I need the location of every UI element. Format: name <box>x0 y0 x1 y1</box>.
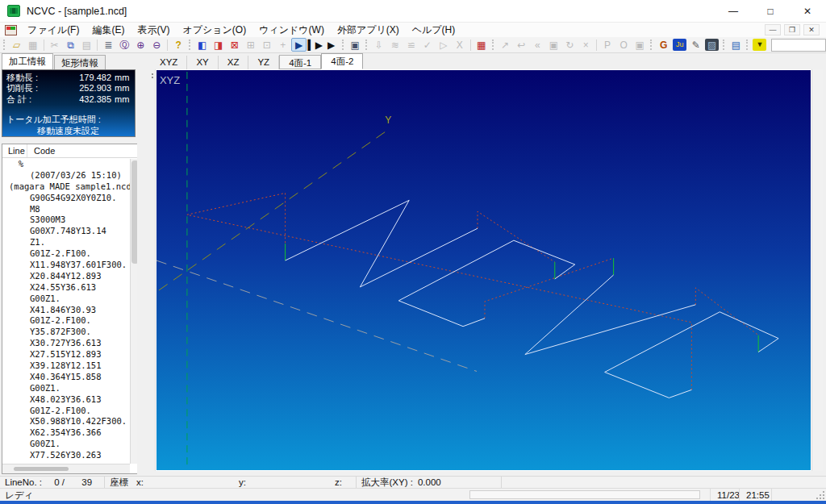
prev-view-button[interactable]: ↩ <box>514 38 529 52</box>
toolbar-combobox[interactable] <box>771 39 826 52</box>
code-row[interactable]: G90G54G92X0Y0Z10. <box>2 193 130 204</box>
code-row[interactable]: X40.364Y15.858 <box>2 372 130 383</box>
code-row[interactable]: Y35.872F300. <box>2 327 130 338</box>
close-shape-button[interactable]: × <box>578 38 594 52</box>
menu-file[interactable]: ファイル(F) <box>21 23 86 38</box>
pan-hand-button[interactable]: + <box>275 38 290 52</box>
menu-option[interactable]: オプション(O) <box>176 23 252 38</box>
code-row[interactable]: G01Z-2.F100. <box>2 248 130 260</box>
minimize-button[interactable]: — <box>715 0 752 22</box>
code-row[interactable]: X39.128Y12.151 <box>2 360 130 372</box>
execute-all-button[interactable]: ▶ <box>323 38 339 52</box>
app-icon[interactable] <box>7 5 20 17</box>
trace-cancel-button[interactable]: ⊠ <box>227 38 242 52</box>
code-row[interactable]: M8 <box>2 204 130 215</box>
region-select-button[interactable]: ▣ <box>546 38 561 52</box>
ju-tool-button[interactable]: Ju <box>673 39 686 51</box>
property-button[interactable]: ▣ <box>348 38 363 52</box>
code-row[interactable]: X30.727Y36.613 <box>2 338 130 349</box>
viewport-canvas[interactable]: XYZY <box>156 69 811 471</box>
mdi-restore[interactable]: ❐ <box>784 24 800 35</box>
column-header-line[interactable]: Line <box>2 146 27 156</box>
trace-restart-button[interactable]: ⊞ <box>243 38 258 52</box>
view-tab-quad2[interactable]: 4面-2 <box>321 53 363 69</box>
lamp-button[interactable]: ▼ <box>753 39 766 51</box>
viewport-vscrollbar[interactable] <box>811 69 823 471</box>
copy-button[interactable]: ⧉ <box>63 38 78 52</box>
layer-settings-button[interactable]: ≣ <box>101 38 116 52</box>
view-tab-xz[interactable]: XZ <box>219 56 249 69</box>
code-row[interactable]: X41.846Y30.93 <box>2 305 130 316</box>
resize-grip[interactable] <box>816 491 824 499</box>
menu-external-app[interactable]: 外部アプリ(X) <box>331 23 406 38</box>
trace-start-button[interactable]: ◧ <box>194 38 210 52</box>
view-tab-xyz[interactable]: XYZ <box>151 56 187 69</box>
draw-pen-button[interactable]: ✎ <box>688 38 703 52</box>
code-row[interactable]: X24.55Y36.613 <box>2 282 130 294</box>
code-row[interactable]: X50.988Y10.422F300. <box>2 416 130 427</box>
save-file-button[interactable]: ▦ <box>25 38 40 52</box>
layer-check-button[interactable]: ✓ <box>419 38 435 52</box>
maximize-button[interactable]: □ <box>752 0 789 22</box>
code-row[interactable]: X11.948Y37.601F300. <box>2 260 130 271</box>
viewport-gripper[interactable] <box>150 69 156 471</box>
g-code-rotate-button[interactable]: G <box>656 38 671 52</box>
code-row[interactable]: % <box>2 159 130 170</box>
toolbar-grip[interactable] <box>365 40 369 50</box>
view-tab-quad1[interactable]: 4面-1 <box>279 55 321 69</box>
multi-layer-2-button[interactable]: ≌ <box>403 38 419 52</box>
code-list-hscrollbar[interactable] <box>2 464 130 473</box>
toolbar-grip[interactable] <box>746 40 749 50</box>
tab-rectangle-info[interactable]: 矩形情報 <box>54 55 106 69</box>
menu-view[interactable]: 表示(V) <box>131 23 176 38</box>
code-row[interactable]: G00X7.748Y13.14 <box>2 226 130 237</box>
toolbar-grip[interactable] <box>3 40 6 50</box>
code-row[interactable]: (magara MADE sample1.ncd <box>2 181 130 193</box>
view-tab-xy[interactable]: XY <box>187 56 218 69</box>
code-row[interactable]: X20.844Y12.893 <box>2 271 130 282</box>
code-row[interactable]: X27.515Y12.893 <box>2 349 130 360</box>
zoom-window-button[interactable]: Ⓠ <box>117 38 132 52</box>
code-row[interactable]: X48.023Y36.613 <box>2 394 130 406</box>
execute-to-next-button[interactable]: ▍▶ <box>307 38 323 52</box>
close-button[interactable]: ✕ <box>789 0 826 22</box>
shape-property-button[interactable]: ▣ <box>632 38 648 52</box>
toolbar-grip[interactable] <box>189 40 192 50</box>
panel-splitter[interactable] <box>137 53 150 476</box>
rotate-view-button[interactable]: ↻ <box>562 38 578 52</box>
mdi-minimize[interactable]: — <box>765 24 781 35</box>
cut-button[interactable]: ✂ <box>47 38 62 52</box>
rewind-view-button[interactable]: « <box>530 38 545 52</box>
image-view-button[interactable]: ▨ <box>705 39 719 51</box>
notebook-button[interactable]: ▤ <box>728 38 744 52</box>
circle-mark-button[interactable]: O <box>616 38 632 52</box>
toolbar-grip[interactable] <box>723 40 726 50</box>
code-row[interactable]: G01Z-2.F100. <box>2 315 130 327</box>
zoom-in-button[interactable]: ⊕ <box>133 38 148 52</box>
toolbar-grip[interactable] <box>650 40 653 50</box>
column-header-code[interactable]: Code <box>27 144 140 157</box>
code-row[interactable]: G00Z1. <box>2 383 130 394</box>
step-execute-button[interactable]: ▶ <box>291 38 307 52</box>
toolbar-grip[interactable] <box>342 40 345 50</box>
document-icon[interactable] <box>5 25 17 35</box>
wait-time-button[interactable]: X <box>452 38 467 52</box>
tab-machining-info[interactable]: 加工情報 <box>2 53 53 69</box>
code-row[interactable]: Z1. <box>2 237 130 248</box>
point-mark-button[interactable]: P <box>600 38 615 52</box>
code-row[interactable]: S3000M3 <box>2 215 130 226</box>
toolbar-grip[interactable] <box>492 40 495 50</box>
code-row[interactable]: G00Z1. <box>2 439 130 450</box>
trace-end-button[interactable]: ◨ <box>211 38 226 52</box>
view-tab-yz[interactable]: YZ <box>248 56 279 69</box>
code-row[interactable]: (2007/03/26 15:10) <box>2 170 130 181</box>
mdi-close[interactable]: ✕ <box>803 24 820 35</box>
menu-help[interactable]: ヘルプ(H) <box>406 23 462 38</box>
menu-window[interactable]: ウィンドウ(W) <box>252 23 331 38</box>
code-row[interactable]: G00Z1. <box>2 294 130 305</box>
multi-layer-1-button[interactable]: ≋ <box>387 38 403 52</box>
code-row[interactable]: G01Z-2.F100. <box>2 406 130 417</box>
menu-edit[interactable]: 編集(E) <box>86 23 131 38</box>
open-file-button[interactable]: ▱ <box>9 38 24 52</box>
code-row[interactable]: X62.354Y36.366 <box>2 427 130 439</box>
